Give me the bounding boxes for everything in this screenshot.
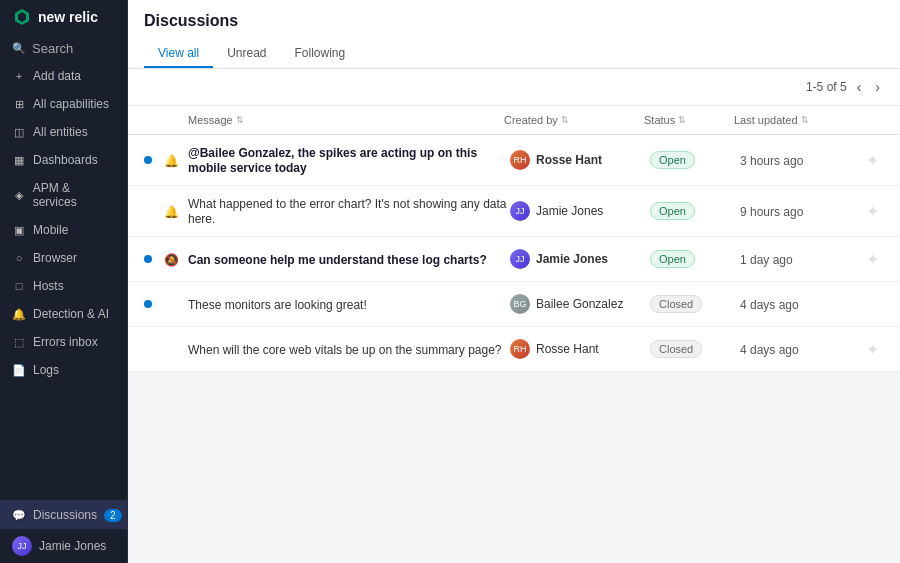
row-status: Closed [650, 340, 740, 358]
row-creator: RH Rosse Hant [510, 339, 650, 359]
search-item[interactable]: 🔍 Search [0, 34, 127, 62]
row-message-text: @Bailee Gonzalez, the spikes are acting … [188, 146, 477, 175]
tabs: View all Unread Following [144, 40, 884, 68]
sidebar-bottom: 💬 Discussions 2 JJ Jamie Jones [0, 500, 127, 563]
row-message-col: Can someone help me understand these log… [188, 252, 510, 267]
creator-avatar: JJ [510, 201, 530, 221]
pagination-info: 1-5 of 5 ‹ › [806, 77, 884, 97]
collab-icon: ✦ [866, 151, 879, 170]
table-area: 1-5 of 5 ‹ › Message ⇅ Created by ⇅ Sta [128, 69, 900, 563]
sidebar-item-all-entities[interactable]: ◫ All entities [0, 118, 127, 146]
tab-unread[interactable]: Unread [213, 40, 280, 68]
creator-avatar: JJ [510, 249, 530, 269]
updated-text: 1 day ago [740, 253, 793, 267]
row-bell: 🔔 [164, 204, 188, 219]
sidebar-item-mobile[interactable]: ▣ Mobile [0, 216, 127, 244]
row-creator: RH Rosse Hant [510, 150, 650, 170]
sidebar-item-add-data[interactable]: + Add data [0, 62, 127, 90]
table-toolbar: 1-5 of 5 ‹ › [128, 69, 900, 106]
row-creator: BG Bailee Gonzalez [510, 294, 650, 314]
message-sort-icon: ⇅ [236, 115, 244, 125]
sidebar-user: JJ Jamie Jones [0, 529, 127, 563]
sidebar-item-label: Mobile [33, 223, 68, 237]
bell-icon: 🔔 [164, 205, 179, 219]
sidebar-item-detection-ai[interactable]: 🔔 Detection & AI [0, 300, 127, 328]
header-created-by: Created by ⇅ [504, 114, 644, 126]
row-creator: JJ Jamie Jones [510, 201, 650, 221]
row-status: Closed [650, 295, 740, 313]
status-badge: Open [650, 151, 695, 169]
row-updated: 3 hours ago [740, 153, 860, 168]
table-row[interactable]: 🔔 @Bailee Gonzalez, the spikes are actin… [128, 135, 900, 186]
discussions-badge: 2 [104, 509, 122, 522]
mobile-icon: ▣ [12, 224, 26, 237]
entities-icon: ◫ [12, 126, 26, 139]
avatar: JJ [12, 536, 32, 556]
sidebar-item-label: Hosts [33, 279, 64, 293]
status-badge: Closed [650, 340, 702, 358]
table-row[interactable]: 🔔 What happened to the error chart? It's… [128, 186, 900, 237]
sidebar-item-browser[interactable]: ○ Browser [0, 244, 127, 272]
sidebar: new relic 🔍 Search + Add data ⊞ All capa… [0, 0, 128, 563]
bell-icon: 🔕 [164, 253, 179, 267]
row-message-text: What happened to the error chart? It's n… [188, 197, 507, 226]
header-status: Status ⇅ [644, 114, 734, 126]
tab-following[interactable]: Following [281, 40, 360, 68]
app-name: new relic [38, 9, 98, 25]
pagination-text: 1-5 of 5 [806, 80, 847, 94]
status-badge: Open [650, 202, 695, 220]
dashboards-icon: ▦ [12, 154, 26, 167]
pagination-prev-button[interactable]: ‹ [853, 77, 866, 97]
table-row[interactable]: These monitors are looking great! BG Bai… [128, 282, 900, 327]
sidebar-item-label: Logs [33, 363, 59, 377]
table-header: Message ⇅ Created by ⇅ Status ⇅ Last upd… [128, 106, 900, 135]
sidebar-item-hosts[interactable]: □ Hosts [0, 272, 127, 300]
updated-text: 3 hours ago [740, 154, 803, 168]
tab-view-all[interactable]: View all [144, 40, 213, 68]
row-updated: 9 hours ago [740, 204, 860, 219]
errors-icon: ⬚ [12, 336, 26, 349]
search-icon: 🔍 [12, 42, 26, 55]
discussions-label: Discussions [33, 508, 97, 522]
creator-name: Rosse Hant [536, 153, 602, 167]
row-message-col: When will the core web vitals be up on t… [188, 342, 510, 357]
discussions-table: Message ⇅ Created by ⇅ Status ⇅ Last upd… [128, 106, 900, 372]
row-updated: 1 day ago [740, 252, 860, 267]
sidebar-item-label: Errors inbox [33, 335, 98, 349]
page-title: Discussions [144, 12, 884, 30]
sidebar-item-label: Detection & AI [33, 307, 109, 321]
row-status: Open [650, 151, 740, 169]
sidebar-item-apm-services[interactable]: ◈ APM & services [0, 174, 127, 216]
row-unread-indicator [144, 300, 164, 308]
creator-name: Rosse Hant [536, 342, 599, 356]
collab-icon: ✦ [866, 340, 879, 359]
sidebar-item-logs[interactable]: 📄 Logs [0, 356, 127, 384]
updated-text: 4 days ago [740, 343, 799, 357]
row-updated: 4 days ago [740, 342, 860, 357]
row-message-col: @Bailee Gonzalez, the spikes are acting … [188, 145, 510, 175]
status-badge: Closed [650, 295, 702, 313]
user-name: Jamie Jones [39, 539, 106, 553]
row-message-text: When will the core web vitals be up on t… [188, 343, 502, 357]
table-row[interactable]: When will the core web vitals be up on t… [128, 327, 900, 372]
row-action [860, 292, 884, 316]
creator-avatar: RH [510, 339, 530, 359]
row-creator: JJ Jamie Jones [510, 249, 650, 269]
table-row[interactable]: 🔕 Can someone help me understand these l… [128, 237, 900, 282]
row-unread-indicator [144, 255, 164, 263]
row-status: Open [650, 202, 740, 220]
add-icon: + [12, 70, 26, 82]
main-content: Discussions View all Unread Following 1-… [128, 0, 900, 563]
main-header: Discussions View all Unread Following [128, 0, 900, 69]
sidebar-item-discussions[interactable]: 💬 Discussions 2 [0, 501, 127, 529]
sidebar-item-errors-inbox[interactable]: ⬚ Errors inbox [0, 328, 127, 356]
row-action: ✦ [860, 337, 884, 361]
sidebar-item-dashboards[interactable]: ▦ Dashboards [0, 146, 127, 174]
sidebar-item-label: Dashboards [33, 153, 98, 167]
detection-icon: 🔔 [12, 308, 26, 321]
browser-icon: ○ [12, 252, 26, 264]
creator-name: Jamie Jones [536, 252, 608, 266]
pagination-next-button[interactable]: › [871, 77, 884, 97]
hosts-icon: □ [12, 280, 26, 292]
sidebar-item-all-capabilities[interactable]: ⊞ All capabilities [0, 90, 127, 118]
